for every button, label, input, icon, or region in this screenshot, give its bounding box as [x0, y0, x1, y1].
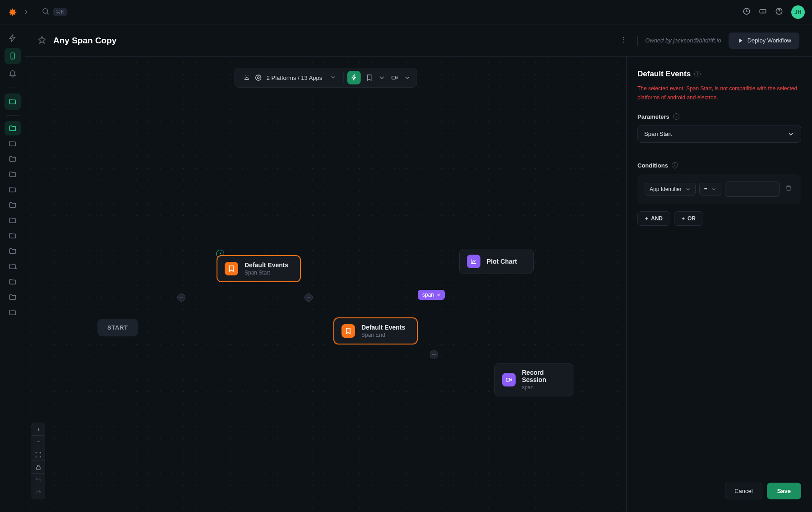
sidebar-collapse-icon[interactable] — [22, 8, 31, 17]
page-title: Any Span Copy — [53, 36, 116, 46]
svg-point-5 — [623, 37, 624, 37]
avatar[interactable]: JH — [791, 5, 805, 19]
condition-field: App Identifier — [650, 186, 682, 192]
sidebar-item-alerts[interactable] — [5, 66, 21, 82]
cancel-button[interactable]: Cancel — [725, 483, 762, 499]
delete-condition-icon[interactable] — [783, 183, 794, 195]
sidebar-folder[interactable] — [5, 228, 21, 243]
node-record-session[interactable]: Record Session span — [494, 363, 573, 396]
properties-panel: Default Events i The selected event, Spa… — [626, 57, 812, 512]
toolbar-divider — [343, 72, 343, 84]
svg-point-7 — [623, 42, 624, 42]
or-label: OR — [687, 215, 696, 222]
svg-rect-2 — [760, 9, 766, 13]
edges-layer — [25, 57, 161, 125]
chevron-down-icon[interactable] — [378, 71, 386, 84]
platform-summary: 2 Platforms / 13 Apps — [267, 74, 323, 81]
node-default-events-end[interactable]: Default Events Span End — [334, 318, 417, 344]
add-or-condition-button[interactable]: +OR — [674, 211, 703, 226]
node-title: Plot Chart — [487, 258, 517, 265]
info-icon[interactable]: i — [673, 113, 679, 120]
parameter-select[interactable]: Span Start — [637, 126, 801, 143]
sidebar-folder[interactable] — [5, 305, 21, 320]
deploy-workflow-button[interactable]: Deploy Workflow — [729, 33, 799, 49]
and-label: AND — [651, 215, 663, 222]
owner-email: jackson@bitdrift.io — [673, 37, 721, 44]
node-title: Default Events — [361, 324, 405, 331]
divider — [637, 36, 638, 46]
deploy-label: Deploy Workflow — [747, 37, 791, 44]
tool-record-icon[interactable] — [388, 71, 401, 84]
start-label: START — [107, 324, 128, 331]
node-plot-chart[interactable]: Plot Chart — [459, 249, 534, 274]
lock-view-button[interactable] — [32, 461, 45, 474]
info-icon[interactable]: i — [672, 162, 678, 168]
sidebar-folder[interactable] — [5, 198, 21, 212]
fit-view-button[interactable] — [32, 448, 45, 461]
info-icon[interactable]: i — [694, 71, 701, 77]
left-sidebar — [0, 24, 25, 512]
save-button[interactable]: Save — [767, 483, 801, 499]
page-header: Any Span Copy Owned by jackson@bitdrift.… — [25, 24, 812, 57]
add-node-handle[interactable]: ─ — [177, 293, 185, 302]
svg-point-6 — [623, 39, 624, 40]
sidebar-divider — [6, 115, 19, 116]
more-menu-icon[interactable] — [617, 36, 630, 46]
chart-icon — [467, 255, 480, 268]
sidebar-folder-current[interactable] — [5, 121, 21, 135]
sidebar-folder[interactable] — [5, 167, 21, 182]
platform-picker[interactable]: 2 Platforms / 13 Apps — [239, 72, 341, 84]
compatibility-warning: The selected event, Span Start, is not c… — [637, 84, 801, 102]
search-input[interactable]: ⌘K — [42, 7, 67, 17]
add-node-handle[interactable]: ─ — [304, 293, 313, 302]
undo-button[interactable] — [32, 474, 45, 486]
add-node-handle[interactable]: ─ — [430, 350, 438, 358]
conditions-label: Conditions — [637, 162, 668, 169]
parameter-value: Span Start — [644, 130, 672, 137]
condition-operator-select[interactable]: = — [699, 183, 721, 195]
sidebar-folder-active[interactable] — [5, 93, 21, 110]
condition-value-input[interactable] — [725, 182, 780, 197]
sidebar-folder[interactable] — [5, 213, 21, 228]
owner-label: Owned by jackson@bitdrift.io — [645, 37, 721, 44]
condition-row: App Identifier = — [637, 174, 801, 204]
sidebar-item-lightning[interactable] — [5, 30, 21, 46]
svg-point-8 — [258, 77, 259, 79]
star-icon[interactable] — [38, 36, 46, 46]
condition-operator: = — [704, 186, 707, 192]
sidebar-folder[interactable] — [5, 259, 21, 274]
node-subtitle: Span End — [361, 332, 405, 338]
owner-prefix: Owned by — [645, 37, 673, 44]
history-icon[interactable] — [743, 7, 751, 17]
sidebar-item-device[interactable] — [5, 48, 21, 64]
zoom-in-button[interactable]: + — [32, 423, 45, 436]
node-subtitle: Span Start — [245, 270, 288, 276]
chip-label: span — [422, 292, 434, 298]
help-icon[interactable] — [775, 7, 783, 17]
chip-close-icon[interactable]: ✕ — [437, 293, 440, 298]
brand-logo — [7, 7, 18, 18]
tool-event-icon[interactable] — [347, 71, 360, 84]
tool-bookmark-icon[interactable] — [362, 71, 376, 84]
span-chip[interactable]: span ✕ — [418, 290, 445, 300]
svg-point-0 — [43, 9, 48, 14]
sidebar-folder[interactable] — [5, 152, 21, 166]
node-start[interactable]: START — [97, 319, 138, 336]
sidebar-folder[interactable] — [5, 182, 21, 197]
redo-button[interactable] — [32, 486, 45, 499]
condition-field-select[interactable]: App Identifier — [645, 183, 696, 195]
sidebar-folder[interactable] — [5, 244, 21, 258]
sidebar-folder[interactable] — [5, 275, 21, 289]
search-shortcut: ⌘K — [53, 8, 67, 16]
sidebar-folder[interactable] — [5, 290, 21, 304]
node-default-events-start[interactable]: Default Events Span Start — [217, 256, 300, 282]
node-subtitle: span — [522, 384, 566, 391]
chevron-down-icon[interactable] — [403, 71, 411, 84]
add-and-condition-button[interactable]: +AND — [637, 211, 670, 226]
node-title: Record Session — [522, 369, 566, 383]
canvas-toolbar: 2 Platforms / 13 Apps — [235, 68, 417, 88]
sidebar-folder[interactable] — [5, 136, 21, 151]
workflow-canvas[interactable]: 2 Platforms / 13 Apps START ⋮ — [25, 57, 626, 512]
zoom-out-button[interactable]: − — [32, 436, 45, 448]
keyboard-icon[interactable] — [759, 7, 767, 17]
